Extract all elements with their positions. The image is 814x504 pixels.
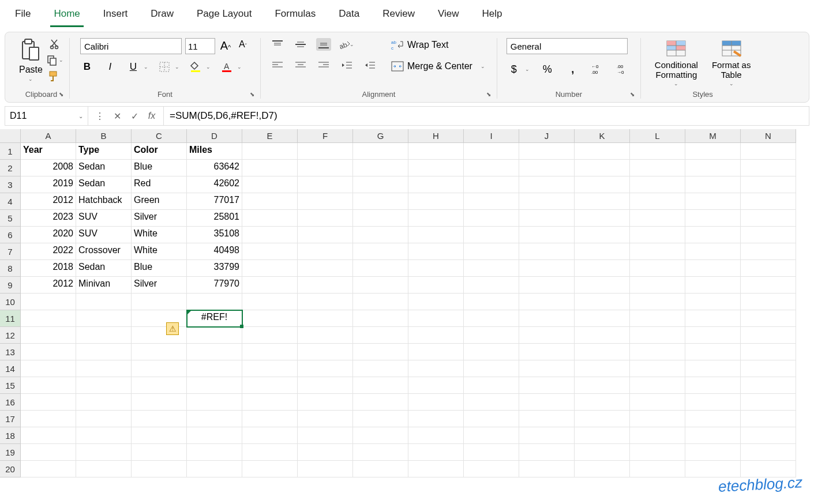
cell-M16[interactable] <box>685 394 741 411</box>
cell-C20[interactable] <box>132 461 187 477</box>
cell-N3[interactable] <box>741 176 796 193</box>
cell-L3[interactable] <box>630 176 685 193</box>
cell-D10[interactable] <box>187 294 242 310</box>
cell-H2[interactable] <box>408 160 464 176</box>
cell-A11[interactable] <box>21 310 76 327</box>
col-header-I[interactable]: I <box>464 129 519 143</box>
cell-F14[interactable] <box>298 360 353 377</box>
cell-G9[interactable] <box>353 277 408 294</box>
cell-M11[interactable] <box>685 310 741 327</box>
cell-K17[interactable] <box>575 411 630 427</box>
cell-A18[interactable] <box>21 427 76 444</box>
row-header-17[interactable]: 17 <box>0 411 21 427</box>
cell-F5[interactable] <box>298 210 353 227</box>
cell-C9[interactable]: Silver <box>132 277 187 294</box>
cell-C17[interactable] <box>132 411 187 427</box>
italic-button[interactable]: I <box>103 60 117 74</box>
cell-E19[interactable] <box>242 444 298 461</box>
cell-C1[interactable]: Color <box>132 143 187 160</box>
cell-L6[interactable] <box>630 227 685 243</box>
cell-C4[interactable]: Green <box>132 193 187 210</box>
cell-A1[interactable]: Year <box>21 143 76 160</box>
cell-M18[interactable] <box>685 427 741 444</box>
cell-K20[interactable] <box>575 461 630 477</box>
cell-L19[interactable] <box>630 444 685 461</box>
percent-format-button[interactable]: % <box>540 62 555 76</box>
cell-D20[interactable] <box>187 461 242 477</box>
cell-E3[interactable] <box>242 176 298 193</box>
cell-G4[interactable] <box>353 193 408 210</box>
cell-H6[interactable] <box>408 227 464 243</box>
cell-I2[interactable] <box>464 160 519 176</box>
cell-D8[interactable]: 33799 <box>187 260 242 277</box>
cell-A20[interactable] <box>21 461 76 477</box>
cell-L1[interactable] <box>630 143 685 160</box>
cell-C19[interactable] <box>132 444 187 461</box>
cell-L7[interactable] <box>630 243 685 260</box>
name-box[interactable]: D11 ⌄ <box>5 107 88 125</box>
cell-H15[interactable] <box>408 377 464 394</box>
cell-G2[interactable] <box>353 160 408 176</box>
cell-I14[interactable] <box>464 360 519 377</box>
cell-A14[interactable] <box>21 360 76 377</box>
conditional-formatting-button[interactable]: Conditional Formatting ⌄ <box>650 38 703 86</box>
cell-B7[interactable]: Crossover <box>76 243 132 260</box>
cell-K13[interactable] <box>575 344 630 360</box>
row-header-6[interactable]: 6 <box>0 227 21 243</box>
cell-H4[interactable] <box>408 193 464 210</box>
cell-B8[interactable]: Sedan <box>76 260 132 277</box>
cell-D18[interactable] <box>187 427 242 444</box>
cell-K8[interactable] <box>575 260 630 277</box>
cell-B3[interactable]: Sedan <box>76 176 132 193</box>
cell-I9[interactable] <box>464 277 519 294</box>
wrap-text-button[interactable]: abc Wrap Text <box>389 38 487 52</box>
cell-B9[interactable]: Minivan <box>76 277 132 294</box>
borders-button[interactable] <box>157 60 171 74</box>
cell-E8[interactable] <box>242 260 298 277</box>
cell-D5[interactable]: 25801 <box>187 210 242 227</box>
cell-A17[interactable] <box>21 411 76 427</box>
cell-B13[interactable] <box>76 344 132 360</box>
cell-G6[interactable] <box>353 227 408 243</box>
col-header-H[interactable]: H <box>408 129 464 143</box>
cell-F6[interactable] <box>298 227 353 243</box>
cell-D19[interactable] <box>187 444 242 461</box>
cell-I19[interactable] <box>464 444 519 461</box>
cell-G16[interactable] <box>353 394 408 411</box>
cell-H3[interactable] <box>408 176 464 193</box>
cell-B12[interactable] <box>76 327 132 344</box>
cell-D16[interactable] <box>187 394 242 411</box>
merge-center-button[interactable]: Merge & Center ⌄ <box>389 60 487 73</box>
cell-K11[interactable] <box>575 310 630 327</box>
cell-N8[interactable] <box>741 260 796 277</box>
cell-K14[interactable] <box>575 360 630 377</box>
cut-button[interactable] <box>48 38 62 50</box>
cell-D2[interactable]: 63642 <box>187 160 242 176</box>
paste-button[interactable]: Paste ⌄ <box>19 38 43 82</box>
cell-N5[interactable] <box>741 210 796 227</box>
cell-E4[interactable] <box>242 193 298 210</box>
cell-B6[interactable]: SUV <box>76 227 132 243</box>
cell-K3[interactable] <box>575 176 630 193</box>
cell-E15[interactable] <box>242 377 298 394</box>
cell-I6[interactable] <box>464 227 519 243</box>
cell-N17[interactable] <box>741 411 796 427</box>
cell-L18[interactable] <box>630 427 685 444</box>
row-header-2[interactable]: 2 <box>0 160 21 176</box>
cell-N19[interactable] <box>741 444 796 461</box>
cell-F9[interactable] <box>298 277 353 294</box>
cell-H8[interactable] <box>408 260 464 277</box>
cell-A8[interactable]: 2018 <box>21 260 76 277</box>
underline-button[interactable]: U <box>126 60 140 74</box>
cell-J1[interactable] <box>519 143 575 160</box>
cell-E5[interactable] <box>242 210 298 227</box>
cell-N13[interactable] <box>741 344 796 360</box>
cell-L14[interactable] <box>630 360 685 377</box>
font-size-select[interactable] <box>185 38 215 54</box>
bold-button[interactable]: B <box>80 60 94 74</box>
cell-B19[interactable] <box>76 444 132 461</box>
cell-F11[interactable] <box>298 310 353 327</box>
cell-A12[interactable] <box>21 327 76 344</box>
cell-F17[interactable] <box>298 411 353 427</box>
format-as-table-button[interactable]: Format as Table ⌄ <box>707 38 756 86</box>
